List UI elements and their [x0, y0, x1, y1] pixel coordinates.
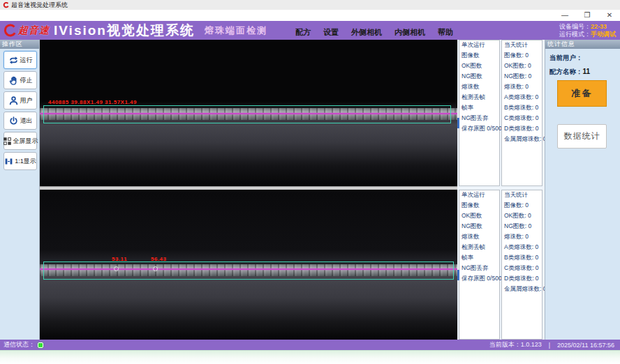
outer-camera-viewport[interactable]: 440885 39.88X1.49 31.57X1.49 — [40, 40, 457, 186]
stat-row: OK图数 — [462, 211, 499, 221]
sidebar-title: 操作区 — [0, 40, 39, 49]
operation-sidebar: 操作区 运行 停止 — [0, 40, 40, 340]
current-user-label: 当前用户： — [549, 54, 583, 61]
stat-row: 保存原图 0/500 — [462, 123, 499, 134]
stop-hand-icon — [8, 75, 19, 86]
fullscreen-button[interactable]: 全屏显示 — [3, 132, 37, 150]
stats-section-top: 单次运行 图像数OK图数NG图数熔珠数检测丢帧帧率NG图丢弃保存原图 0/500… — [457, 40, 545, 186]
stat-row: 熔珠数 — [462, 82, 499, 92]
desktop-strip — [0, 350, 620, 364]
groupbox-title: 当天统计 — [503, 41, 529, 50]
today-stats-groupbox: 当天统计 图像数: 0OK图数: 0NG图数: 0熔珠数: 0A类熔珠数: 0B… — [501, 40, 542, 186]
camera-viewports: 440885 39.88X1.49 31.57X1.49 53.11 56.43 — [40, 40, 457, 340]
stop-button[interactable]: 停止 — [3, 71, 37, 89]
stat-row: 熔珠数: 0 — [504, 232, 542, 242]
user-button-label: 用户 — [20, 96, 33, 105]
menu-item-help[interactable]: 帮助 — [438, 27, 453, 38]
single-run-groupbox: 单次运行 图像数OK图数NG图数熔珠数检测丢帧帧率NG图丢弃保存原图 0/500 — [459, 190, 500, 340]
menu-item-settings[interactable]: 设置 — [323, 27, 339, 38]
menu-item-inner-camera[interactable]: 内侧相机 — [394, 27, 425, 38]
fullscreen-grid-icon — [3, 137, 12, 146]
run-button[interactable]: 运行 — [3, 51, 37, 69]
stat-row: 金属屑熔珠数: 0 — [504, 134, 542, 144]
user-button[interactable]: 用户 — [3, 91, 37, 109]
menu-item-recipe[interactable]: 配方 — [295, 27, 311, 38]
roi-box-overlay — [43, 105, 451, 123]
version-info: 当前版本：1.0.123 | 2025/02/11 16:57:56 — [489, 340, 620, 349]
defect-label: 53.11 — [112, 256, 127, 262]
brand-swoosh-icon — [3, 24, 17, 38]
maximize-icon[interactable]: ❐ — [581, 10, 593, 20]
version-label: 当前版本： — [489, 341, 521, 348]
device-info: 设备编号：22-33 运行模式：手动调试 — [559, 23, 616, 38]
app-window: 超音速视觉处理系统 — ❐ ✕ 超音速 IVision视觉处理系统 熔珠端面检测… — [0, 0, 620, 364]
stat-row: A类熔珠数: 0 — [504, 92, 542, 103]
stat-row: 保存原图 0/500 — [462, 273, 499, 284]
fullscreen-button-label: 全屏显示 — [13, 137, 38, 146]
stats-section-bottom: 单次运行 图像数OK图数NG图数熔珠数检测丢帧帧率NG图丢弃保存原图 0/500… — [457, 190, 545, 340]
run-icon — [8, 55, 19, 66]
communication-status-label: 通信状态： — [3, 340, 35, 349]
one-to-one-icon — [4, 157, 13, 166]
stat-row: 帧率 — [462, 103, 499, 113]
info-panel-title: 统计信息 — [545, 40, 620, 49]
one-to-one-button[interactable]: 1:1显示 — [3, 152, 37, 170]
version-value: 1.0.123 — [521, 341, 542, 348]
today-stats-groupbox: 当天统计 图像数: 0OK图数: 0NG图数: 0熔珠数: 0A类熔珠数: 0B… — [501, 190, 542, 340]
measurement-annotation: 440885 39.88X1.49 31.57X1.49 — [48, 99, 137, 105]
run-mode-value: 手动调试 — [591, 31, 616, 38]
stat-row: OK图数 — [462, 61, 499, 71]
stat-row: C类熔珠数: 0 — [504, 263, 542, 273]
single-run-groupbox: 单次运行 图像数OK图数NG图数熔珠数检测丢帧帧率NG图丢弃保存原图 0/500 — [459, 40, 500, 186]
stat-row: A类熔珠数: 0 — [504, 242, 542, 252]
current-user-row: 当前用户： — [545, 49, 620, 63]
defect-marker — [114, 266, 119, 271]
stat-row: 检测丢帧 — [462, 92, 499, 103]
page-title: IVision视觉处理系统 — [54, 22, 195, 40]
main-area: 操作区 运行 停止 — [0, 40, 620, 340]
defect-marker — [153, 266, 158, 271]
statistics-area: 单次运行 图像数OK图数NG图数熔珠数检测丢帧帧率NG图丢弃保存原图 0/500… — [457, 40, 545, 340]
stat-row: 金属屑熔珠数: 0 — [504, 284, 542, 294]
communication-status-led — [38, 342, 43, 348]
run-mode-label: 运行模式： — [559, 31, 591, 38]
data-statistics-button[interactable]: 数据统计 — [557, 124, 607, 149]
stat-row: B类熔珠数: 0 — [504, 252, 542, 263]
groupbox-title: 当天统计 — [503, 191, 529, 199]
stat-row: 检测丢帧 — [462, 242, 499, 252]
splitter-handle[interactable] — [457, 118, 459, 128]
app-header: 超音速 IVision视觉处理系统 熔珠端面检测 配方 设置 外侧相机 内侧相机… — [0, 21, 620, 40]
os-titlebar: 超音速视觉处理系统 — [0, 0, 620, 10]
stop-button-label: 停止 — [20, 76, 33, 85]
main-menu: 配方 设置 外侧相机 内侧相机 帮助 — [295, 27, 453, 38]
datetime-value: 2025/02/11 16:57:56 — [557, 342, 614, 349]
brand-text: 超音速 — [18, 24, 50, 37]
roi-box-overlay — [43, 261, 454, 280]
inner-camera-viewport[interactable]: 53.11 56.43 — [40, 190, 457, 340]
stat-row: NG图数: 0 — [504, 221, 542, 232]
status-bar: 通信状态： 当前版本：1.0.123 | 2025/02/11 16:57:56 — [0, 340, 620, 350]
stat-row: D类熔珠数: 0 — [504, 273, 542, 284]
minimize-icon[interactable]: — — [559, 10, 571, 20]
stat-row: 图像数: 0 — [504, 200, 542, 211]
close-icon[interactable]: ✕ — [603, 10, 616, 20]
exit-button-label: 退出 — [20, 116, 33, 126]
one-to-one-button-label: 1:1显示 — [15, 157, 36, 166]
page-subtitle: 熔珠端面检测 — [205, 24, 267, 37]
stat-row: D类熔珠数: 0 — [504, 123, 542, 134]
menu-item-outer-camera[interactable]: 外侧相机 — [351, 27, 382, 38]
splitter-handle[interactable] — [457, 270, 459, 280]
prepare-button[interactable]: 准备 — [557, 80, 607, 107]
stat-row: OK图数: 0 — [504, 61, 542, 71]
app-logo-icon — [3, 2, 9, 8]
stat-row: 图像数 — [462, 50, 499, 61]
exit-button[interactable]: 退出 — [3, 112, 37, 130]
stat-row: NG图丢弃 — [462, 113, 499, 123]
stat-row: NG图数 — [462, 71, 499, 82]
defect-label: 56.43 — [151, 256, 167, 262]
info-panel: 统计信息 当前用户： 配方名称：11 准备 数据统计 — [545, 40, 620, 340]
recipe-name-value: 11 — [583, 68, 591, 75]
stat-row: 熔珠数 — [462, 232, 499, 242]
recipe-name-label: 配方名称： — [549, 68, 583, 75]
stat-row: B类熔珠数: 0 — [504, 103, 542, 113]
